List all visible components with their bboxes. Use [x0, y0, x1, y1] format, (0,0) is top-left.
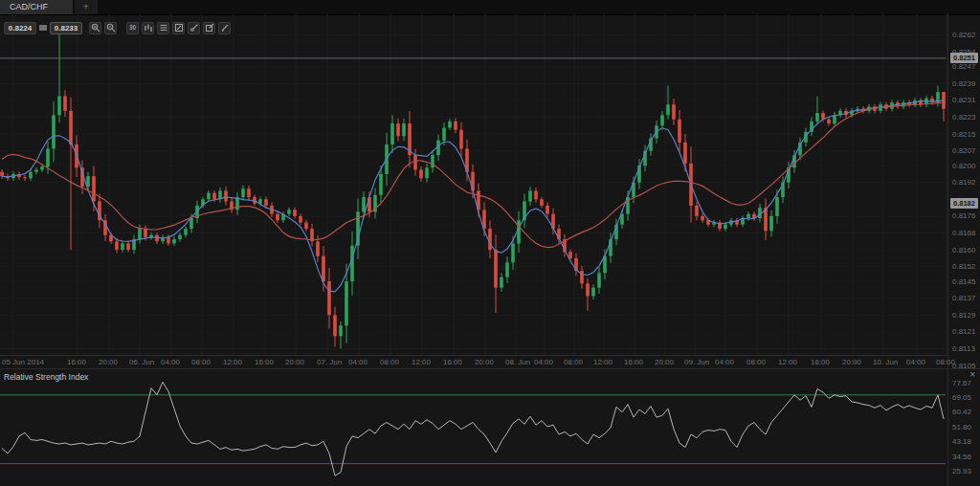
- notes-button[interactable]: [203, 22, 215, 34]
- rsi-axis[interactable]: 77.6769.0560.4251.8043.1834.5625.93: [947, 369, 980, 486]
- time-axis-label: 20:00: [475, 358, 494, 366]
- rsi-axis-label: 43.18: [952, 437, 971, 446]
- chart-settings-button[interactable]: [172, 22, 185, 34]
- time-axis-label: 16:00: [624, 358, 643, 366]
- time-axis-label: 12:00: [778, 358, 797, 366]
- bar-chart-icon: [144, 23, 153, 33]
- time-axis-label: 20:00: [842, 358, 861, 366]
- time-axis-label: 16:00: [67, 358, 86, 366]
- spread-indicator: [39, 25, 47, 31]
- compose-icon: [205, 23, 214, 33]
- price-level-badge: 0.8182: [950, 198, 978, 209]
- price-axis-label: 0.8215: [952, 130, 975, 139]
- candlestick-chart[interactable]: [0, 13, 947, 355]
- time-axis-label: 20:00: [99, 358, 118, 366]
- rsi-axis-label: 60.42: [952, 408, 971, 416]
- price-axis-label: 0.8192: [952, 178, 975, 187]
- time-axis-label: 04:00: [715, 358, 734, 366]
- rsi-chart[interactable]: [0, 368, 947, 486]
- time-axis-label: 08:00: [936, 358, 955, 366]
- chart-toolbar: 0.8224 0.8233 30: [4, 21, 234, 34]
- rsi-title: Relative Strength Index: [4, 372, 88, 382]
- time-axis-label: 16:00: [255, 358, 274, 366]
- price-axis-label: 0.8168: [952, 229, 975, 237]
- rsi-axis-label: 34.56: [952, 453, 971, 461]
- tag-icon: [189, 23, 199, 33]
- price-axis-label: 0.8113: [952, 344, 975, 353]
- price-axis-label: 0.8121: [952, 327, 975, 336]
- time-axis-label: 12:00: [412, 358, 431, 366]
- time-axis-label: 04:00: [906, 358, 925, 366]
- time-axis-label: 12:00: [223, 358, 242, 366]
- price-axis-label: 0.8137: [952, 294, 975, 302]
- time-axis-label: 07. Jun: [317, 358, 342, 366]
- trading-app-window: CAD/CHF + 0.8224 0.8233 30: [0, 0, 980, 486]
- price-axis-label: 0.8239: [952, 79, 975, 88]
- time-axis-label: 08:00: [380, 358, 399, 366]
- price-axis-label: 0.8262: [952, 31, 975, 39]
- zoom-in-button[interactable]: [89, 22, 101, 34]
- time-axis-label: 20:00: [285, 358, 304, 366]
- time-axis-label: 04:00: [161, 358, 180, 366]
- pencil-icon: [220, 23, 230, 33]
- price-axis-label: 0.8129: [952, 311, 975, 320]
- chart-type-button[interactable]: [142, 22, 154, 34]
- time-axis-label: 16:00: [811, 358, 830, 366]
- price-axis-label: 0.8152: [952, 262, 975, 271]
- zoom-out-button[interactable]: [104, 22, 117, 34]
- time-axis-label: 08. Jun: [505, 358, 530, 366]
- new-tab-button[interactable]: +: [75, 0, 98, 14]
- time-axis-label: 04:00: [534, 358, 553, 366]
- time-axis-label: 08:00: [746, 358, 766, 366]
- time-axis-label: 08:00: [191, 358, 211, 366]
- price-axis-label: 0.8247: [952, 62, 975, 71]
- indicators-button[interactable]: [157, 22, 169, 34]
- price-axis-label: 0.8176: [952, 211, 975, 220]
- sell-price-button[interactable]: 0.8224: [4, 22, 36, 34]
- time-axis-label: 08:00: [564, 358, 583, 366]
- time-axis-label: 04:00: [348, 358, 368, 366]
- time-axis-label: 10. Jun: [873, 358, 898, 366]
- price-axis-label: 0.8145: [952, 277, 975, 286]
- timeframe-30m-button[interactable]: 30: [126, 22, 139, 34]
- rsi-axis-label: 77.67: [952, 379, 971, 387]
- time-axis-label: 12:00: [593, 358, 612, 366]
- price-axis-label: 0.8160: [952, 246, 975, 254]
- price-axis-label: 0.8200: [952, 162, 975, 170]
- rsi-close-button[interactable]: ×: [969, 370, 975, 380]
- timeframe-30-icon: 30: [129, 23, 136, 33]
- list-icon: [159, 23, 168, 33]
- chart-settings-icon: [174, 23, 184, 33]
- zoom-out-icon: [106, 23, 116, 33]
- rsi-axis-label: 51.80: [952, 423, 971, 431]
- time-axis-label: 20:00: [655, 358, 674, 366]
- time-axis-label: 09. Jun: [684, 358, 709, 366]
- buy-price-button[interactable]: 0.8233: [50, 22, 82, 34]
- price-axis-label: 0.8231: [952, 96, 975, 104]
- tab-cadchf[interactable]: CAD/CHF: [0, 0, 73, 14]
- time-axis-label: 16:00: [443, 358, 462, 366]
- draw-button[interactable]: [218, 22, 231, 34]
- price-level-badge: 0.8251: [950, 53, 978, 63]
- time-axis-label: 05 Jun 2014: [2, 358, 44, 366]
- price-axis-label: 0.8207: [952, 146, 975, 155]
- time-axis-label: 06. Jun: [129, 358, 154, 366]
- rsi-axis-label: 25.93: [952, 467, 971, 475]
- time-axis[interactable]: 05 Jun 201416:0020:0006. Jun04:0008:0012…: [0, 355, 947, 369]
- rsi-axis-label: 69.05: [952, 393, 971, 402]
- price-axis[interactable]: 0.82620.82540.82470.82390.82310.82230.82…: [947, 13, 980, 368]
- price-axis-label: 0.8223: [952, 113, 975, 122]
- attach-button[interactable]: [188, 22, 200, 34]
- zoom-in-icon: [91, 23, 100, 33]
